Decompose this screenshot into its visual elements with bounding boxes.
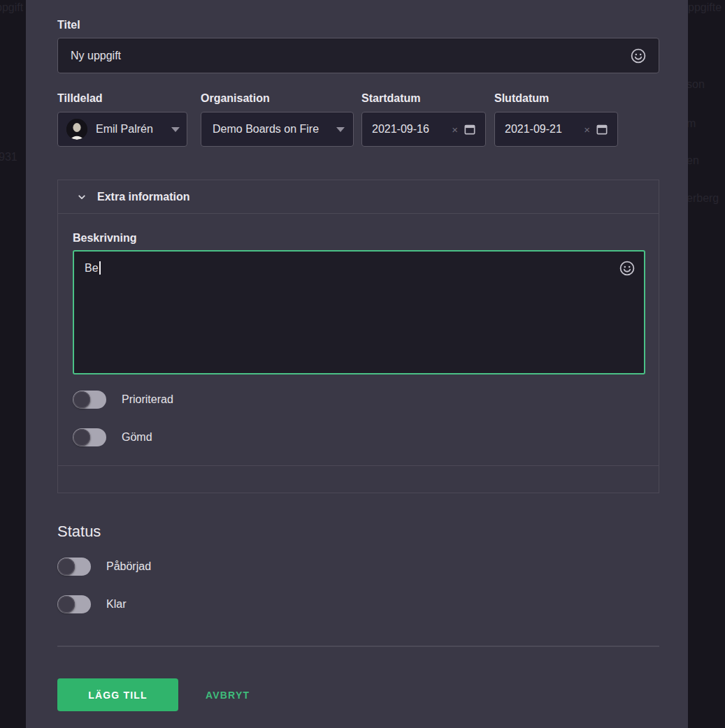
prioritized-toggle-row: Prioriterad xyxy=(73,391,173,409)
assignee-label: Tilldelad xyxy=(57,92,103,105)
organisation-value: Demo Boards on Fire xyxy=(213,123,319,136)
start-date-field[interactable]: 2021-09-16 × xyxy=(361,112,486,147)
title-label: Titel xyxy=(57,19,80,31)
started-toggle[interactable] xyxy=(57,558,91,576)
calendar-icon[interactable] xyxy=(595,122,609,136)
new-task-dialog: Titel Tilldelad Organisation Startdatum … xyxy=(26,0,688,728)
hidden-toggle[interactable] xyxy=(73,428,106,446)
organisation-label: Organisation xyxy=(201,92,270,105)
backdrop-text-fragment: 931 xyxy=(0,151,17,163)
clear-date-icon[interactable]: × xyxy=(449,124,463,136)
extra-information-title: Extra information xyxy=(97,191,189,203)
emoji-picker-icon[interactable] xyxy=(630,48,647,64)
status-heading: Status xyxy=(57,523,101,541)
prioritized-toggle[interactable] xyxy=(73,391,106,409)
done-toggle[interactable] xyxy=(57,595,91,613)
backdrop-text-fragment: ppgift xyxy=(0,1,23,14)
chevron-down-icon xyxy=(336,127,345,132)
clear-date-icon[interactable]: × xyxy=(581,124,595,136)
cancel-button[interactable]: AVBRYT xyxy=(201,678,254,711)
assignee-avatar xyxy=(66,119,87,140)
start-date-label: Startdatum xyxy=(361,92,420,105)
backdrop-text-fragment: erberg xyxy=(687,192,719,205)
toggle-knob xyxy=(58,596,75,613)
chevron-down-icon xyxy=(171,127,180,132)
started-toggle-row: Påbörjad xyxy=(57,558,151,576)
started-toggle-label: Påbörjad xyxy=(106,560,151,573)
divider xyxy=(57,646,659,647)
end-date-value: 2021-09-21 xyxy=(505,123,562,136)
title-input[interactable] xyxy=(57,38,659,73)
description-value: Be xyxy=(85,262,99,274)
calendar-icon[interactable] xyxy=(463,122,477,136)
add-button[interactable]: LÄGG TILL xyxy=(57,678,178,711)
done-toggle-label: Klar xyxy=(106,598,126,611)
emoji-picker-icon[interactable] xyxy=(619,260,636,277)
done-toggle-row: Klar xyxy=(57,595,126,613)
description-label: Beskrivning xyxy=(73,232,137,245)
assignee-select[interactable]: Emil Palrén xyxy=(57,112,187,147)
screen: ppgift ppgifte 931 son m en erberg Titel… xyxy=(0,0,725,728)
backdrop-text-fragment: son xyxy=(687,78,705,91)
toggle-knob xyxy=(73,429,90,446)
toggle-knob xyxy=(73,391,90,408)
description-textarea[interactable]: Be xyxy=(73,250,645,374)
organisation-select[interactable]: Demo Boards on Fire xyxy=(201,112,354,147)
backdrop-text-fragment: en xyxy=(687,154,699,167)
end-date-field[interactable]: 2021-09-21 × xyxy=(494,112,618,147)
collapsed-panel-row[interactable] xyxy=(57,466,659,493)
prioritized-toggle-label: Prioriterad xyxy=(122,393,173,406)
toggle-knob xyxy=(58,558,75,575)
hidden-toggle-row: Gömd xyxy=(73,428,152,446)
assignee-value: Emil Palrén xyxy=(96,123,153,136)
text-cursor xyxy=(99,261,101,275)
extra-information-header[interactable]: Extra information xyxy=(58,180,659,214)
backdrop-text-fragment: ppgifte xyxy=(688,1,722,14)
end-date-label: Slutdatum xyxy=(494,92,549,105)
start-date-value: 2021-09-16 xyxy=(372,123,429,136)
chevron-down-icon xyxy=(75,190,89,204)
hidden-toggle-label: Gömd xyxy=(122,431,152,444)
extra-information-panel: Extra information Beskrivning Be Priorit… xyxy=(57,180,659,466)
